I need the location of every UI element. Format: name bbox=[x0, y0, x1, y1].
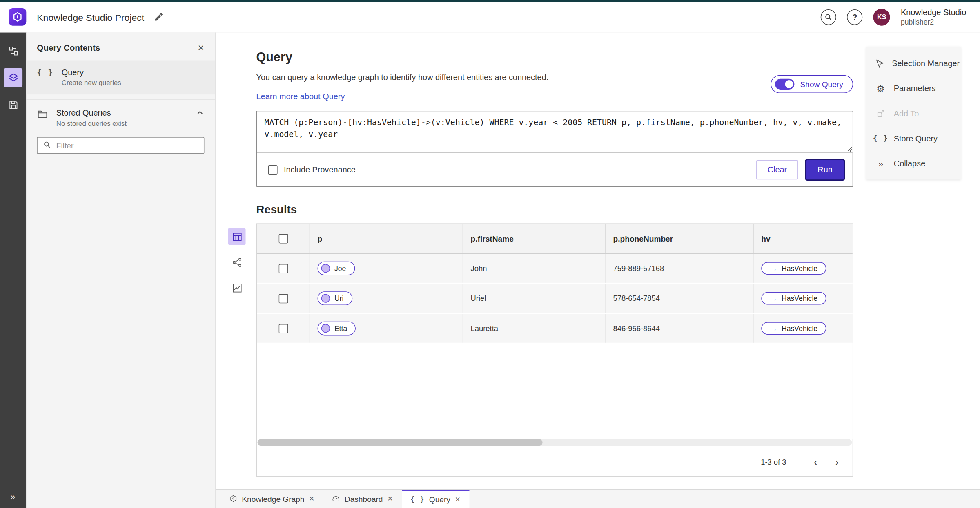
query-page: Query You can query a knowledge graph to… bbox=[216, 33, 980, 489]
scrollbar-thumb[interactable] bbox=[258, 439, 543, 446]
next-page-icon[interactable]: › bbox=[828, 453, 846, 472]
menu-item-selection-manager[interactable]: Selection Manager bbox=[866, 51, 961, 76]
node-pill[interactable]: Etta bbox=[318, 322, 356, 336]
page-title: Query bbox=[256, 50, 853, 64]
node-pill[interactable]: Joe bbox=[318, 262, 355, 275]
filter-input[interactable] bbox=[56, 141, 198, 150]
run-button[interactable]: Run bbox=[806, 160, 844, 179]
app-logo-icon[interactable] bbox=[9, 8, 26, 26]
include-provenance-checkbox[interactable] bbox=[268, 165, 278, 174]
search-icon[interactable] bbox=[821, 9, 836, 25]
arrow-right-icon: → bbox=[770, 264, 777, 272]
stored-queries-label: Stored Queries bbox=[56, 108, 127, 118]
cell-firstname: Lauretta bbox=[463, 314, 606, 342]
node-circle-icon bbox=[321, 264, 330, 273]
column-header-phonenumber: p.phoneNumber bbox=[606, 224, 754, 253]
table-row: Etta Lauretta 846-956-8644 → HasVehicle bbox=[257, 314, 853, 344]
show-query-toggle[interactable]: Show Query bbox=[771, 75, 853, 93]
results-title: Results bbox=[256, 203, 853, 216]
close-tab-icon[interactable]: ✕ bbox=[387, 495, 393, 503]
username-label: publisher2 bbox=[901, 18, 966, 27]
page-range-label: 1-3 of 3 bbox=[761, 458, 786, 466]
arrow-right-icon: → bbox=[770, 324, 777, 332]
model-hierarchy-icon[interactable] bbox=[4, 41, 22, 60]
collapse-icon: » bbox=[875, 158, 886, 168]
help-icon[interactable]: ? bbox=[847, 9, 862, 25]
menu-item-store-query[interactable]: { } Store Query bbox=[866, 126, 961, 151]
edge-pill[interactable]: → HasVehicle bbox=[761, 322, 826, 335]
column-header-hv: hv bbox=[754, 224, 853, 253]
row-checkbox[interactable] bbox=[278, 264, 288, 273]
left-rail: » bbox=[0, 33, 26, 508]
tab-dashboard[interactable]: Dashboard ✕ bbox=[323, 490, 402, 508]
page-description: You can query a knowledge graph to ident… bbox=[256, 73, 549, 82]
cell-firstname: Uriel bbox=[463, 284, 606, 313]
column-header-p: p bbox=[310, 224, 463, 253]
store-query-braces-icon: { } bbox=[875, 134, 886, 143]
close-tab-icon[interactable]: ✕ bbox=[455, 495, 461, 504]
query-item-description: Create new queries bbox=[62, 79, 121, 86]
stored-queries-section[interactable]: Stored Queries No stored queries exist bbox=[26, 100, 215, 132]
user-avatar[interactable]: KS bbox=[873, 9, 890, 25]
cell-phonenumber: 578-654-7854 bbox=[606, 284, 754, 313]
save-icon[interactable] bbox=[4, 95, 22, 114]
graph-view-icon[interactable] bbox=[228, 253, 246, 271]
toggle-switch bbox=[775, 79, 794, 90]
query-item-label: Query bbox=[62, 67, 121, 77]
table-view-icon[interactable] bbox=[228, 228, 246, 245]
app-window: Knowledge Studio Project ? KS Knowledge … bbox=[0, 0, 980, 508]
project-title: Knowledge Studio Project bbox=[37, 11, 144, 22]
user-block: Knowledge Studio publisher2 bbox=[901, 7, 966, 27]
stored-queries-description: No stored queries exist bbox=[56, 119, 127, 127]
edit-title-icon[interactable] bbox=[154, 12, 163, 22]
select-all-checkbox[interactable] bbox=[278, 234, 288, 243]
app-header: Knowledge Studio Project ? KS Knowledge … bbox=[0, 2, 980, 33]
query-textarea[interactable]: MATCH (p:Person)-[hv:HasVehicle]->(v:Veh… bbox=[257, 111, 853, 152]
menu-item-add-to: Add To bbox=[866, 101, 961, 125]
braces-icon: { } bbox=[37, 67, 53, 77]
learn-more-link[interactable]: Learn more about Query bbox=[256, 92, 345, 101]
query-actions-row: Include Provenance Clear Run bbox=[257, 152, 853, 186]
results-table: p p.firstName p.phoneNumber hv Joe bbox=[256, 223, 853, 477]
row-checkbox[interactable] bbox=[278, 294, 288, 303]
logo-hexagon-icon bbox=[12, 11, 23, 23]
table-header-row: p p.firstName p.phoneNumber hv bbox=[257, 224, 853, 254]
close-tab-icon[interactable]: ✕ bbox=[309, 495, 314, 503]
node-circle-icon bbox=[321, 324, 330, 333]
tab-query[interactable]: { } Query ✕ bbox=[402, 490, 470, 508]
edge-pill[interactable]: → HasVehicle bbox=[761, 292, 826, 305]
row-checkbox[interactable] bbox=[278, 324, 288, 333]
clear-button[interactable]: Clear bbox=[756, 160, 798, 179]
chevron-up-icon[interactable] bbox=[196, 108, 204, 120]
header-right-cluster: ? KS Knowledge Studio publisher2 bbox=[821, 7, 980, 27]
cell-firstname: John bbox=[463, 254, 606, 282]
filter-search-icon bbox=[43, 140, 51, 151]
include-provenance-label: Include Provenance bbox=[284, 165, 356, 174]
table-row: Uri Uriel 578-654-7854 → HasVehicle bbox=[257, 284, 853, 314]
knowledge-graph-icon bbox=[229, 495, 238, 503]
query-editor-container: MATCH (p:Person)-[hv:HasVehicle]->(v:Veh… bbox=[256, 111, 853, 187]
panel-close-icon[interactable]: ✕ bbox=[198, 43, 205, 53]
previous-page-icon[interactable]: ‹ bbox=[806, 453, 825, 472]
bottom-tab-bar: Knowledge Graph ✕ Dashboard ✕ { } Query … bbox=[216, 489, 980, 508]
menu-item-collapse[interactable]: » Collapse bbox=[866, 151, 961, 176]
node-circle-icon bbox=[321, 294, 330, 302]
tab-knowledge-graph[interactable]: Knowledge Graph ✕ bbox=[220, 490, 323, 508]
horizontal-scrollbar[interactable] bbox=[258, 439, 852, 446]
node-pill[interactable]: Uri bbox=[318, 291, 352, 305]
braces-icon: { } bbox=[410, 495, 425, 504]
menu-item-parameters[interactable]: ⚙ Parameters bbox=[866, 76, 961, 101]
panel-item-query[interactable]: { } Query Create new queries bbox=[26, 60, 215, 94]
panel-title: Query Contents bbox=[37, 43, 100, 53]
arrow-right-icon: → bbox=[770, 295, 777, 302]
selection-manager-icon bbox=[875, 58, 884, 68]
chart-view-icon[interactable] bbox=[228, 279, 246, 297]
cell-phonenumber: 846-956-8644 bbox=[606, 314, 754, 342]
folder-icon bbox=[37, 108, 48, 122]
expand-rail-icon[interactable]: » bbox=[10, 492, 16, 501]
edge-pill[interactable]: → HasVehicle bbox=[761, 262, 826, 275]
parameters-gear-icon: ⚙ bbox=[875, 83, 886, 93]
cell-phonenumber: 759-889-57168 bbox=[606, 254, 754, 282]
layers-icon[interactable] bbox=[4, 68, 22, 87]
query-actions-menu: Selection Manager ⚙ Parameters Add To bbox=[866, 47, 961, 179]
